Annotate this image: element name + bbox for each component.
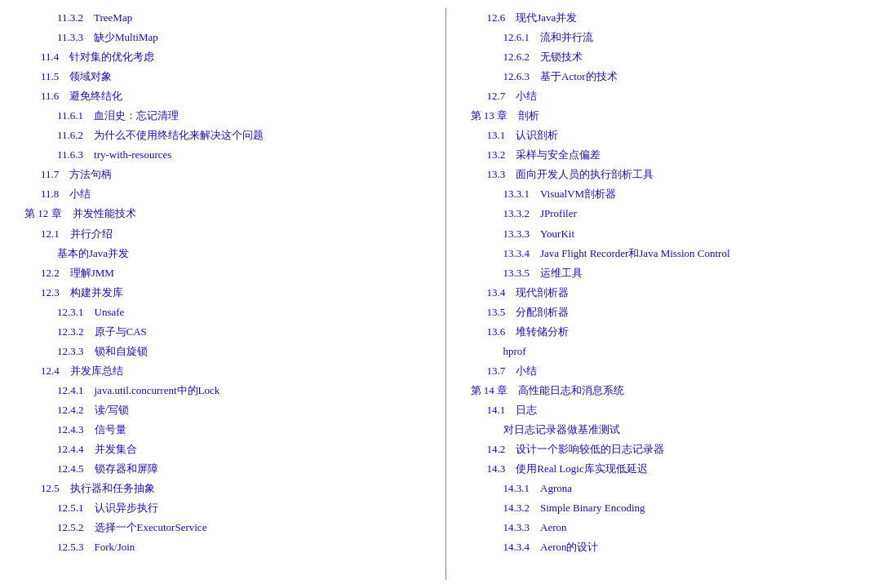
- toc-item[interactable]: 13.3.4 Java Flight Recorder和Java Mission…: [471, 244, 875, 263]
- toc-item[interactable]: 13.5 分配剖析器: [471, 303, 875, 322]
- toc-item[interactable]: 12.3.2 原子与CAS: [24, 322, 429, 342]
- toc-item[interactable]: 12.5 执行器和任务抽象: [24, 479, 429, 498]
- toc-item[interactable]: 13.6 堆转储分析: [471, 322, 875, 342]
- toc-item[interactable]: 12.7 小结: [471, 86, 875, 106]
- toc-item[interactable]: 12.5.1 认识异步执行: [24, 498, 429, 518]
- toc-item[interactable]: 11.6.1 血泪史：忘记清理: [24, 106, 429, 126]
- toc-item[interactable]: 13.2 采样与安全点偏差: [471, 145, 875, 165]
- toc-item[interactable]: 11.3.3 缺少MultiMap: [24, 28, 429, 47]
- right-toc: 12.6 现代Java并发12.6.1 流和并行流12.6.2 无锁技术12.6…: [446, 8, 892, 580]
- toc-item[interactable]: 对日志记录器做基准测试: [471, 420, 875, 440]
- toc-item[interactable]: 13.3.5 运维工具: [471, 263, 875, 283]
- toc-item[interactable]: 12.6.1 流和并行流: [471, 28, 875, 47]
- toc-item[interactable]: 11.6.3 try-with-resources: [24, 145, 429, 165]
- toc-item[interactable]: 12.4.2 读/写锁: [24, 400, 429, 420]
- toc-item[interactable]: 11.5 领域对象: [24, 67, 429, 86]
- toc-item[interactable]: 11.6 避免终结化: [24, 86, 429, 106]
- toc-item[interactable]: 14.2 设计一个影响较低的日志记录器: [471, 440, 875, 459]
- toc-item[interactable]: 12.4.4 并发集合: [24, 440, 429, 459]
- toc-item[interactable]: 12.4 并发库总结: [24, 361, 429, 381]
- toc-item[interactable]: 12.6 现代Java并发: [471, 8, 875, 28]
- toc-item[interactable]: 第 14 章 高性能日志和消息系统: [471, 381, 875, 400]
- toc-item[interactable]: 13.3.2 JProfiler: [471, 204, 875, 223]
- toc-item[interactable]: 13.3.3 YourKit: [471, 224, 875, 244]
- toc-item[interactable]: 12.6.2 无锁技术: [471, 47, 875, 67]
- toc-item[interactable]: 13.1 认识剖析: [471, 126, 875, 145]
- toc-item[interactable]: 12.3.3 锁和自旋锁: [24, 342, 429, 361]
- toc-item[interactable]: 14.3.4 Aeron的设计: [471, 537, 875, 557]
- toc-item[interactable]: 14.3.1 Agrona: [471, 479, 875, 498]
- toc-item[interactable]: 13.4 现代剖析器: [471, 283, 875, 303]
- toc-item[interactable]: 第 12 章 并发性能技术: [24, 204, 429, 223]
- toc-item[interactable]: 12.3.1 Unsafe: [24, 303, 429, 322]
- toc-item[interactable]: 第 13 章 剖析: [471, 106, 875, 126]
- toc-item[interactable]: 12.4.3 信号量: [24, 420, 429, 440]
- toc-item[interactable]: 11.7 方法句柄: [24, 165, 429, 184]
- toc-item[interactable]: 11.8 小结: [24, 184, 429, 204]
- toc-item[interactable]: 14.3.3 Aeron: [471, 518, 875, 537]
- toc-item[interactable]: 13.3.1 VisualVM剖析器: [471, 184, 875, 204]
- toc-item[interactable]: 14.1 日志: [471, 400, 875, 420]
- toc-item[interactable]: 11.4 针对集的优化考虑: [24, 47, 429, 67]
- toc-item[interactable]: 12.6.3 基于Actor的技术: [471, 67, 875, 86]
- toc-item[interactable]: 12.4.5 锁存器和屏障: [24, 459, 429, 479]
- toc-item[interactable]: 12.5.2 选择一个ExecutorService: [24, 518, 429, 537]
- left-toc: 11.3.2 TreeMap11.3.3 缺少MultiMap11.4 针对集的…: [0, 8, 446, 580]
- toc-item[interactable]: 12.4.1 java.util.concurrent中的Lock: [24, 381, 429, 400]
- toc-item[interactable]: 13.7 小结: [471, 361, 875, 381]
- toc-item[interactable]: 基本的Java并发: [24, 244, 429, 263]
- toc-item[interactable]: 14.3 使用Real Logic库实现低延迟: [471, 459, 875, 479]
- toc-item[interactable]: 12.5.3 Fork/Join: [24, 537, 429, 557]
- toc-item[interactable]: 13.3 面向开发人员的执行剖析工具: [471, 165, 875, 184]
- toc-item[interactable]: 11.6.2 为什么不使用终结化来解决这个问题: [24, 126, 429, 145]
- toc-item[interactable]: 14.3.2 Simple Binary Encoding: [471, 498, 875, 518]
- toc-item[interactable]: 12.2 理解JMM: [24, 263, 429, 283]
- toc-item[interactable]: 12.1 并行介绍: [24, 224, 429, 244]
- toc-item[interactable]: hprof: [471, 342, 875, 361]
- toc-item[interactable]: 12.3 构建并发库: [24, 283, 429, 303]
- toc-item[interactable]: 11.3.2 TreeMap: [24, 8, 429, 28]
